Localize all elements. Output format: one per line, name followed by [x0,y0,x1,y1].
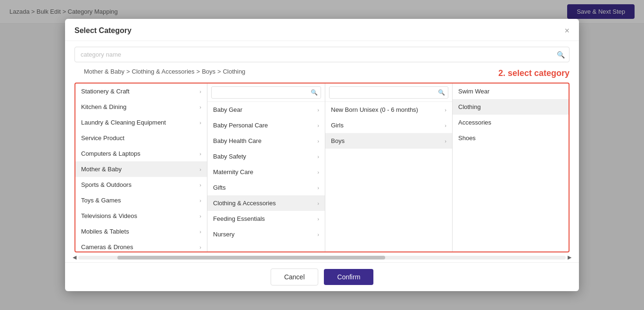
col-panel-2: 🔍 Baby Gear › Baby Personal Care › Baby … [207,84,325,251]
horizontal-scrollbar-area: ◀ ▶ [65,252,579,262]
list-item[interactable]: Maternity Care › [207,164,325,180]
list-item-clothing-accessories[interactable]: Clothing & Accessories › [207,195,325,211]
list-item-mother-baby[interactable]: Mother & Baby › [75,161,207,177]
col2-search-wrapper: 🔍 [211,86,321,99]
col3-search-wrapper: 🔍 [329,86,448,99]
confirm-button[interactable]: Confirm [324,269,373,285]
chevron-right-icon: › [317,107,319,113]
category-columns: Stationery & Craft › Kitchen & Dining › … [74,83,570,252]
search-icon: 🔍 [557,51,565,59]
category-search-input[interactable] [74,47,570,62]
list-item[interactable]: Computers & Laptops › [75,146,207,161]
chevron-right-icon: › [199,104,201,110]
chevron-right-icon: › [445,107,446,113]
breadcrumb-sep-1: > [126,68,130,75]
breadcrumb-sep-3: > [217,68,221,75]
breadcrumb-item-2: Clothing & Accessories [132,68,195,75]
scroll-right-arrow[interactable]: ▶ [568,254,571,260]
modal-title: Select Category [74,26,132,35]
search-input-wrapper: 🔍 [74,47,570,62]
list-item[interactable]: Baby Gear › [207,102,325,117]
col-list-2: Baby Gear › Baby Personal Care › Baby He… [207,102,325,251]
list-item[interactable]: Accessories [453,115,569,130]
breadcrumb-item-4: Clothing [223,68,246,75]
modal-overlay: Select Category × 🔍 Mother & Baby > Clot… [0,0,644,310]
chevron-right-icon: › [199,229,201,235]
col2-search-area: 🔍 [207,84,325,102]
scroll-left-arrow[interactable]: ◀ [73,254,76,260]
chevron-right-icon: › [317,169,319,175]
list-item[interactable]: Baby Safety › [207,149,325,164]
chevron-right-icon: › [199,151,201,157]
select-category-instruction: 2. select category [498,68,570,78]
breadcrumb-item-1: Mother & Baby [84,68,124,75]
cancel-button[interactable]: Cancel [271,268,319,285]
chevron-right-icon: › [445,123,446,128]
breadcrumb-item-3: Boys [202,68,215,75]
chevron-right-icon: › [445,138,446,144]
list-item[interactable]: Girls › [325,117,452,133]
chevron-right-icon: › [317,216,319,222]
breadcrumb-sep-2: > [197,68,200,75]
chevron-right-icon: › [199,89,201,94]
list-item[interactable]: Feeding Essentials › [207,211,325,226]
list-item[interactable]: New Born Unisex (0 - 6 months) › [325,102,452,117]
chevron-right-icon: › [199,213,201,219]
list-item[interactable]: Sports & Outdoors › [75,177,207,193]
modal-close-button[interactable]: × [564,26,570,35]
col-panel-4: Swim Wear Clothing Accessories Shoes [453,84,569,251]
list-item-clothing[interactable]: Clothing [453,99,569,115]
col-list-3: New Born Unisex (0 - 6 months) › Girls ›… [325,102,452,251]
chevron-right-icon: › [317,123,319,128]
list-item[interactable]: Gifts › [207,180,325,195]
col-panel-3: 🔍 New Born Unisex (0 - 6 months) › Girls… [325,84,453,251]
select-category-modal: Select Category × 🔍 Mother & Baby > Clot… [65,19,579,291]
category-breadcrumb: Mother & Baby > Clothing & Accessories >… [74,68,255,79]
list-item[interactable]: Baby Personal Care › [207,117,325,133]
list-item[interactable]: Baby Health Care › [207,133,325,149]
col3-search-area: 🔍 [325,84,452,102]
chevron-right-icon: › [199,182,201,188]
list-item[interactable]: Shoes [453,130,569,146]
chevron-right-icon: › [199,244,201,250]
col-list-1: Stationery & Craft › Kitchen & Dining › … [75,84,207,251]
modal-search-area: 🔍 [65,41,579,68]
list-item[interactable]: Swim Wear [453,84,569,99]
chevron-right-icon: › [199,167,201,172]
h-scrollbar-track[interactable] [78,256,566,260]
chevron-right-icon: › [317,201,319,206]
chevron-right-icon: › [199,198,201,203]
modal-header: Select Category × [65,19,579,41]
list-item[interactable]: Kitchen & Dining › [75,99,207,115]
h-scrollbar-thumb [117,256,386,260]
list-item[interactable]: Toys & Games › [75,193,207,208]
list-item[interactable]: Stationery & Craft › [75,84,207,99]
list-item[interactable]: Service Product [75,130,207,146]
col3-search-input[interactable] [329,86,448,99]
col2-search-icon: 🔍 [311,89,318,96]
chevron-right-icon: › [317,138,319,144]
list-item[interactable]: Cameras & Drones › [75,239,207,251]
col3-search-icon: 🔍 [438,89,445,96]
col-panel-1: Stationery & Craft › Kitchen & Dining › … [75,84,207,251]
list-item[interactable]: Nursery › [207,226,325,242]
list-item[interactable]: Mobiles & Tablets › [75,224,207,239]
chevron-right-icon: › [199,120,201,126]
list-item[interactable]: Laundry & Cleaning Equipment › [75,115,207,130]
chevron-right-icon: › [317,232,319,237]
list-item[interactable]: Televisions & Videos › [75,208,207,224]
col2-search-input[interactable] [211,86,321,99]
col-list-4: Swim Wear Clothing Accessories Shoes [453,84,569,251]
chevron-right-icon: › [317,185,319,191]
list-item-boys[interactable]: Boys › [325,133,452,149]
chevron-right-icon: › [317,154,319,159]
modal-footer: Cancel Confirm [65,262,579,291]
